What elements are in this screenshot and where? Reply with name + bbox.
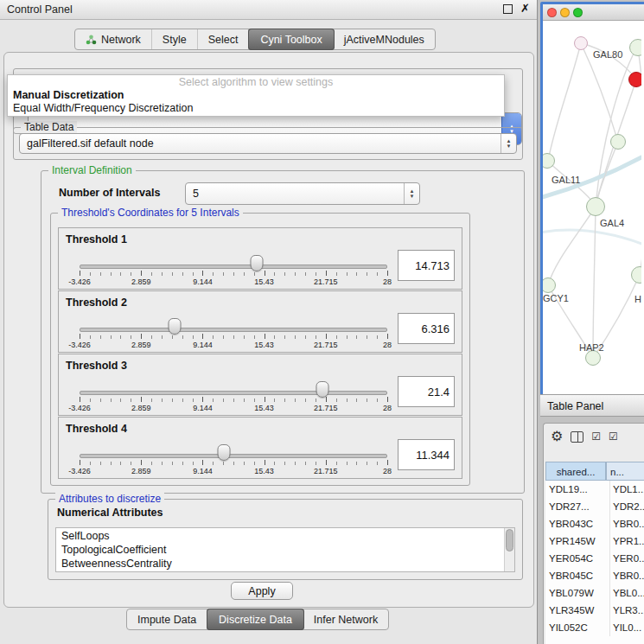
- tab-label: Impute Data: [137, 614, 196, 626]
- threshold-2-slider[interactable]: -3.4262.8599.14415.4321.71528: [80, 291, 387, 352]
- slider-thumb[interactable]: [169, 318, 182, 335]
- algorithm-dropdown-popup: Select algorithm to view settings Manual…: [7, 74, 505, 117]
- slider-ticks: [80, 334, 387, 340]
- column-header-1[interactable]: n...: [606, 462, 644, 481]
- threshold-1-panel: Threshold 1-3.4262.8599.14415.4321.71528: [58, 227, 462, 290]
- scale-label: -3.426: [68, 341, 91, 349]
- network-node[interactable]: [610, 134, 626, 150]
- number-of-intervals-value: 5: [186, 188, 404, 200]
- table-cell: YBR045C: [549, 567, 604, 584]
- algorithm-option-manual-discretization[interactable]: Manual Discretization: [8, 89, 504, 102]
- tab-jactivemnodules[interactable]: jActiveMNodules: [334, 29, 435, 49]
- tab-label: Cyni Toolbox: [260, 34, 322, 46]
- slider-thumb[interactable]: [316, 381, 329, 398]
- table-cell: YIL0...: [609, 619, 644, 636]
- attribute-item-selfloops[interactable]: SelfLoops: [61, 529, 514, 543]
- network-node[interactable]: [586, 197, 605, 216]
- table-row[interactable]: YBR045CYBR0...: [545, 567, 644, 584]
- attribute-item-topologicalcoefficient[interactable]: TopologicalCoefficient: [61, 543, 514, 557]
- attribute-item-betweennesscentrality[interactable]: BetweennessCentrality: [61, 557, 514, 571]
- close-icon[interactable]: ✗: [520, 3, 530, 14]
- minimize-window-icon[interactable]: [560, 8, 570, 17]
- scale-label: -3.426: [68, 404, 91, 412]
- combobox-stepper-icon[interactable]: ▲▼: [501, 134, 516, 153]
- threshold-4-slider[interactable]: -3.4262.8599.14415.4321.71528: [80, 418, 387, 478]
- table-cell: YBL079W: [549, 584, 604, 602]
- close-window-icon[interactable]: [547, 8, 557, 17]
- algorithm-option-equal-width-frequency-discretization[interactable]: Equal Width/Frequency Discretization: [8, 102, 504, 115]
- threshold-2-panel: Threshold 2-3.4262.8599.14415.4321.71528: [58, 290, 462, 353]
- node-label-gal11: GAL11: [552, 175, 580, 185]
- list-scrollbar[interactable]: [504, 528, 514, 571]
- columns-icon[interactable]: [571, 431, 583, 443]
- scale-label: 21.715: [314, 404, 338, 412]
- table-cell: YBR043C: [549, 515, 604, 532]
- table-header-row: shared...n...: [544, 462, 644, 481]
- table-data-label: Table Data: [21, 121, 77, 133]
- node-label-h: H: [634, 294, 641, 304]
- tab-network[interactable]: Network: [75, 29, 152, 49]
- combobox-stepper-icon[interactable]: ▲▼: [404, 183, 419, 204]
- table-data-combobox[interactable]: galFiltered.sif default node ▲▼: [19, 133, 517, 154]
- threshold-2-value-field[interactable]: [398, 313, 455, 344]
- control-panel-titlebar: Control Panel ✗: [0, 0, 537, 20]
- table-row[interactable]: YBR043CYBR0...: [545, 515, 644, 532]
- number-of-intervals-combobox[interactable]: 5 ▲▼: [185, 182, 420, 205]
- network-node[interactable]: [629, 39, 641, 56]
- scale-label: 21.715: [314, 277, 338, 286]
- threshold-3-value-field[interactable]: [398, 376, 455, 407]
- table-row[interactable]: YDR27...YDR2...: [545, 498, 644, 515]
- checkbox-icon[interactable]: ☑: [591, 431, 601, 442]
- scale-label: 28: [383, 277, 392, 286]
- numerical-attributes-list[interactable]: SelfLoopsTopologicalCoefficientBetweenne…: [55, 527, 515, 572]
- table-row[interactable]: YIL052CYIL0...: [545, 619, 644, 636]
- apply-button[interactable]: Apply: [231, 582, 293, 600]
- scale-label: 9.144: [193, 467, 213, 475]
- tab-cyni-toolbox[interactable]: Cyni Toolbox: [248, 29, 334, 50]
- scale-label: 9.144: [193, 341, 213, 349]
- slider-ticks: [80, 460, 387, 466]
- node-label-gal80: GAL80: [593, 49, 622, 60]
- control-panel-tab-bar: NetworkStyleSelectCyni ToolboxjActiveMNo…: [74, 29, 436, 50]
- threshold-1-slider[interactable]: -3.4262.8599.14415.4321.71528: [80, 228, 387, 289]
- table-row[interactable]: YER054CYER0...: [545, 550, 644, 567]
- scale-label: -3.426: [68, 467, 91, 475]
- threshold-1-value-field[interactable]: [398, 250, 455, 281]
- tab-select[interactable]: Select: [198, 29, 250, 49]
- table-cell: YER054C: [549, 550, 604, 567]
- control-panel-window: Control Panel ✗ NetworkStyleSelectCyni T…: [0, 0, 538, 644]
- attributes-group-label: Attributes to discretize: [55, 493, 164, 505]
- table-panel-title: Table Panel: [547, 400, 603, 412]
- scale-label: 2.859: [131, 277, 151, 286]
- table-toolbar: ⚙ ☑ ☑: [544, 424, 644, 450]
- column-header-0[interactable]: shared...: [545, 462, 606, 481]
- table-row[interactable]: YBL079WYBL0...: [545, 584, 644, 602]
- table-row[interactable]: YDL19...YDL1...: [545, 481, 644, 498]
- threshold-3-slider[interactable]: -3.4262.8599.14415.4321.71528: [80, 354, 387, 415]
- gear-icon[interactable]: ⚙: [551, 430, 563, 443]
- slider-thumb[interactable]: [218, 444, 231, 461]
- tab-discretize-data[interactable]: Discretize Data: [207, 609, 304, 630]
- network-canvas[interactable]: GAL80GAL11GAL4GCY1HAP2H: [543, 21, 641, 391]
- network-window-titlebar: [543, 4, 644, 21]
- algorithm-placeholder: Select algorithm to view settings: [8, 76, 504, 89]
- tab-label: Network: [101, 34, 141, 46]
- scale-label: 15.43: [254, 277, 274, 286]
- window-title: Control Panel: [7, 3, 73, 16]
- scrollbar-thumb[interactable]: [506, 529, 513, 552]
- table-row[interactable]: YPR145WYPR1...: [545, 532, 644, 550]
- zoom-window-icon[interactable]: [573, 8, 583, 17]
- table-cell: YBL0...: [609, 584, 644, 602]
- tab-style[interactable]: Style: [152, 29, 198, 49]
- network-node[interactable]: [628, 72, 641, 87]
- threshold-4-value-field[interactable]: [398, 439, 455, 470]
- tab-impute-data[interactable]: Impute Data: [127, 609, 207, 629]
- checkbox-icon[interactable]: ☑: [609, 431, 618, 442]
- float-window-icon[interactable]: [503, 4, 513, 14]
- network-node[interactable]: [574, 36, 588, 50]
- tab-infer-network[interactable]: Infer Network: [303, 609, 388, 629]
- slider-thumb[interactable]: [251, 255, 264, 271]
- node-label-hap2: HAP2: [579, 342, 604, 353]
- thresholds-group: Threshold's Coordinates for 5 Intervals …: [50, 213, 470, 486]
- table-row[interactable]: YLR345WYLR3...: [545, 602, 644, 619]
